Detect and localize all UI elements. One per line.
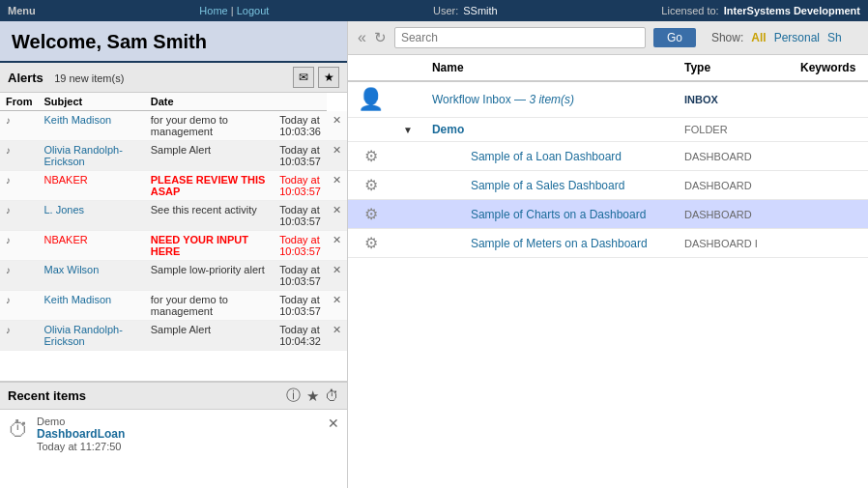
alerts-star-icon[interactable]: ★ (318, 67, 339, 88)
alert-subject[interactable]: NEED YOUR INPUT HERE (145, 231, 274, 261)
alert-from[interactable]: Olivia Randolph-Erickson (39, 141, 145, 171)
folder-name[interactable]: Sample of Meters on a Dashboard (471, 237, 648, 250)
alert-note-icon: ♪ (0, 261, 39, 291)
folder-expand-cell: ▼ (393, 118, 422, 142)
col-date: Date (145, 93, 274, 111)
alert-delete[interactable]: ✕ (327, 111, 347, 141)
alert-delete[interactable]: ✕ (327, 321, 347, 351)
alert-date: Today at10:03:57 (274, 201, 327, 231)
alert-delete[interactable]: ✕ (327, 231, 347, 261)
expand-icon[interactable]: ▼ (403, 125, 413, 135)
alert-subject[interactable]: See this recent activity (145, 201, 274, 231)
col-expand-header (393, 55, 422, 81)
go-button[interactable]: Go (653, 28, 696, 47)
col-from: From (0, 93, 39, 111)
folder-name[interactable]: Sample of a Loan Dashboard (471, 150, 622, 163)
folder-type-cell: Inbox (675, 81, 791, 118)
dashboard-icon: ⚙ (364, 148, 378, 164)
alert-from[interactable]: Olivia Randolph-Erickson (39, 321, 145, 351)
folder-type-cell: Folder (675, 118, 791, 142)
alert-note-icon: ♪ (0, 201, 39, 231)
alert-row: ♪ Max Wilson Sample low-priority alert T… (0, 261, 347, 291)
alert-subject[interactable]: PLEASE REVIEW THIS ASAP (145, 171, 274, 201)
recent-item: ⏱ Demo DashboardLoan Today at 11:27:50 ✕ (0, 410, 347, 458)
folder-type-cell: Dashboard I (675, 229, 791, 258)
alerts-email-icon[interactable]: ✉ (293, 67, 314, 88)
folder-name[interactable]: Sample of Charts on a Dashboard (471, 208, 646, 221)
folder-name-cell: Workflow Inbox — 3 item(s) (422, 81, 675, 118)
folder-icon-cell: ⚙ (348, 229, 393, 258)
folder-type: Dashboard (684, 180, 752, 191)
show-shared-link[interactable]: Sh (827, 31, 842, 44)
alert-subject[interactable]: Sample Alert (145, 141, 274, 171)
alert-row: ♪ NBAKER PLEASE REVIEW THIS ASAP Today a… (0, 171, 347, 201)
alert-note-icon: ♪ (0, 231, 39, 261)
alert-from[interactable]: Keith Madison (39, 291, 145, 321)
alert-from[interactable]: L. Jones (39, 201, 145, 231)
recent-star-icon[interactable]: ★ (306, 388, 319, 405)
folder-name[interactable]: Workflow Inbox — 3 item(s) (432, 93, 574, 106)
folder-icon-cell: ⚙ (348, 142, 393, 171)
folder-keywords-cell (791, 200, 868, 229)
col-subject: Subject (39, 93, 145, 111)
alert-subject[interactable]: for your demo to management (145, 291, 274, 321)
folder-name-cell: Sample of a Sales Dashboard (422, 171, 675, 200)
recent-title: Recent items (8, 388, 86, 403)
folder-type-cell: Dashboard (675, 200, 791, 229)
show-all-link[interactable]: All (751, 31, 766, 44)
licensed-label: Licensed to: (661, 5, 718, 16)
alert-row: ♪ Keith Madison for your demo to managem… (0, 291, 347, 321)
alert-subject[interactable]: Sample low-priority alert (145, 261, 274, 291)
folder-row: ⚙ Sample of a Sales Dashboard Dashboard (348, 171, 868, 200)
folder-expand-cell (393, 200, 422, 229)
folder-row: ⚙ Sample of Charts on a Dashboard Dashbo… (348, 200, 868, 229)
show-label: Show: (711, 31, 743, 44)
recent-info-icon[interactable]: ⓘ (286, 387, 301, 405)
recent-header: Recent items ⓘ ★ ⏱ (0, 383, 347, 410)
alert-subject[interactable]: for your demo to management (145, 111, 274, 141)
search-input[interactable] (394, 27, 646, 48)
dashboard-icon: ⚙ (364, 235, 378, 251)
alert-from[interactable]: NBAKER (39, 171, 145, 201)
recent-item-close[interactable]: ✕ (328, 416, 339, 431)
folder-name[interactable]: Demo (432, 123, 464, 136)
alert-date: Today at10:03:57 (274, 261, 327, 291)
recent-clock-icon[interactable]: ⏱ (325, 388, 339, 404)
recent-item-time: Today at 11:27:50 (37, 441, 320, 452)
menu-button[interactable]: Menu (8, 5, 36, 16)
alert-delete[interactable]: ✕ (327, 171, 347, 201)
folder-icon-cell (348, 118, 393, 142)
folder-type: Inbox (684, 94, 718, 105)
alerts-section: Alerts 19 new item(s) ✉ ★ From Subject D… (0, 63, 347, 382)
alert-from[interactable]: Max Wilson (39, 261, 145, 291)
nav-back-icon[interactable]: « (358, 29, 366, 46)
menu-bar: Menu Home | Logout User: SSmith Licensed… (0, 0, 868, 21)
alert-from[interactable]: NBAKER (39, 231, 145, 261)
folder-expand-cell (393, 171, 422, 200)
home-link[interactable]: Home (199, 5, 227, 16)
alert-row: ♪ Keith Madison for your demo to managem… (0, 111, 347, 141)
recent-item-category: Demo (37, 416, 320, 427)
right-toolbar: « ↻ Go Show: All Personal Sh (348, 21, 868, 55)
alerts-tbody: ♪ Keith Madison for your demo to managem… (0, 111, 347, 351)
dashboard-icon: ⚙ (364, 206, 378, 222)
folder-icon-cell: ⚙ (348, 171, 393, 200)
refresh-icon[interactable]: ↻ (374, 29, 387, 46)
logout-link[interactable]: Logout (237, 5, 270, 16)
alert-from[interactable]: Keith Madison (39, 111, 145, 141)
alert-delete[interactable]: ✕ (327, 141, 347, 171)
alert-delete[interactable]: ✕ (327, 201, 347, 231)
alerts-count: 19 new item(s) (54, 72, 124, 84)
recent-item-title[interactable]: DashboardLoan (37, 427, 320, 441)
recent-section: Recent items ⓘ ★ ⏱ ⏱ Demo DashboardLoan … (0, 382, 347, 488)
alert-delete[interactable]: ✕ (327, 261, 347, 291)
alert-subject[interactable]: Sample Alert (145, 321, 274, 351)
folder-table: Name Type Keywords 👤 Workflow Inbox — 3 … (348, 55, 868, 258)
folder-type: Dashboard (684, 209, 752, 220)
folder-name[interactable]: Sample of a Sales Dashboard (471, 179, 624, 192)
folder-keywords-cell (791, 171, 868, 200)
licensed-to: InterSystems Development (724, 5, 860, 16)
show-personal-link[interactable]: Personal (774, 31, 820, 44)
alert-delete[interactable]: ✕ (327, 291, 347, 321)
folder-name-cell: Demo (422, 118, 675, 142)
